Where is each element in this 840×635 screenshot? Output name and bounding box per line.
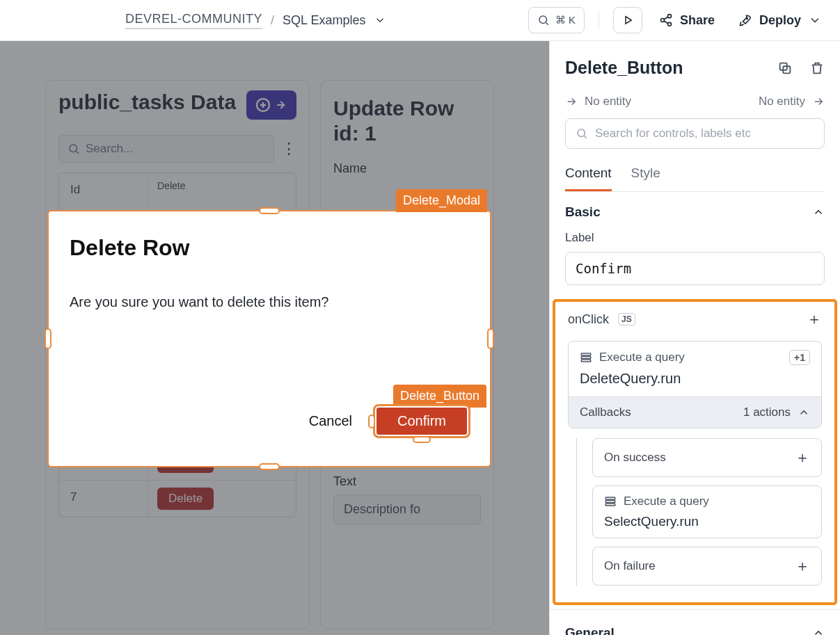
- resize-handle[interactable]: [487, 328, 494, 349]
- topbar: DEVREL-COMMUNITY / SQL Examples ⌘ K Shar…: [0, 0, 840, 41]
- share-label: Share: [680, 13, 715, 28]
- search-icon: [576, 127, 588, 140]
- tab-style[interactable]: Style: [631, 166, 660, 191]
- share-button[interactable]: Share: [652, 9, 722, 32]
- chevron-down-icon[interactable]: [374, 14, 386, 26]
- add-success-action[interactable]: ＋: [795, 447, 810, 468]
- action-type: Execute a query: [599, 351, 685, 364]
- selection-tag-modal[interactable]: Delete_Modal: [396, 189, 487, 212]
- breadcrumb-separator: /: [271, 13, 274, 28]
- search-icon: [537, 14, 550, 26]
- action-count-badge: +1: [789, 350, 810, 365]
- section-basic: Basic Label Confirm: [565, 192, 825, 289]
- svg-rect-12: [581, 360, 591, 362]
- section-title: General: [565, 625, 615, 635]
- play-icon: [621, 14, 634, 26]
- success-query: SelectQuery.run: [604, 514, 810, 529]
- divider: [599, 10, 599, 30]
- callbacks-tree: On success ＋ Execute a query SelectQuery…: [576, 438, 822, 586]
- breadcrumb-org[interactable]: DEVREL-COMMUNITY: [125, 12, 262, 29]
- section-title: Basic: [565, 204, 601, 220]
- success-action-card[interactable]: Execute a query SelectQuery.run: [592, 485, 822, 538]
- entity-nav: No entity No entity: [565, 95, 825, 108]
- chevron-up-icon: [812, 627, 825, 635]
- resize-handle[interactable]: [259, 207, 280, 214]
- svg-rect-14: [605, 501, 615, 503]
- chevron-up-icon: [798, 406, 810, 419]
- svg-point-0: [539, 16, 547, 24]
- on-success-label: On success: [604, 451, 666, 465]
- svg-rect-13: [605, 497, 615, 499]
- query-icon: [580, 351, 592, 364]
- trash-icon[interactable]: [809, 61, 825, 76]
- breadcrumb: DEVREL-COMMUNITY / SQL Examples: [125, 12, 518, 29]
- property-panel: Delete_Button No entity No entity Sea: [549, 41, 840, 635]
- on-failure-card[interactable]: On failure ＋: [592, 547, 822, 586]
- svg-rect-11: [581, 357, 591, 359]
- confirm-button[interactable]: Confirm: [373, 404, 470, 438]
- arrow-right-icon: [812, 95, 825, 108]
- breadcrumb-page[interactable]: SQL Examples: [283, 13, 365, 28]
- modal-title: Delete Row: [70, 235, 469, 261]
- canvas: public_tasks Data Search... ⋮ Id: [0, 41, 549, 635]
- delete-modal: Delete_Modal Delete Row Are you sure you…: [47, 210, 491, 467]
- next-entity[interactable]: No entity: [759, 95, 825, 108]
- resize-handle[interactable]: [413, 436, 431, 443]
- prev-entity-label: No entity: [585, 95, 631, 108]
- property-title[interactable]: Delete_Button: [565, 58, 683, 78]
- onclick-section-highlight: onClick JS ＋ Execute a query +1: [553, 299, 837, 605]
- on-failure-label: On failure: [604, 559, 656, 573]
- action-card[interactable]: Execute a query +1 DeleteQuery.run Callb…: [568, 341, 822, 428]
- callbacks-label: Callbacks: [580, 405, 631, 419]
- add-action-button[interactable]: ＋: [807, 309, 822, 330]
- svg-rect-10: [581, 353, 591, 355]
- js-badge[interactable]: JS: [618, 313, 635, 325]
- onclick-label: onClick: [568, 312, 609, 326]
- svg-point-1: [667, 15, 671, 18]
- search-controls[interactable]: Search for controls, labels etc: [565, 118, 825, 149]
- resize-handle[interactable]: [259, 463, 280, 470]
- prev-entity[interactable]: No entity: [565, 95, 631, 108]
- add-failure-action[interactable]: ＋: [795, 556, 810, 577]
- svg-rect-15: [605, 504, 615, 506]
- field-label: Label: [565, 231, 825, 245]
- deploy-button[interactable]: Deploy: [731, 9, 829, 32]
- confirm-button-wrap: Confirm: [373, 404, 470, 438]
- svg-point-4: [747, 18, 748, 19]
- section-general[interactable]: General: [550, 609, 840, 635]
- action-query: DeleteQuery.run: [580, 371, 810, 387]
- search-controls-placeholder: Search for controls, labels etc: [595, 127, 751, 140]
- global-search[interactable]: ⌘ K: [528, 7, 585, 33]
- svg-point-9: [578, 129, 585, 137]
- share-icon: [659, 13, 673, 27]
- workspace: public_tasks Data Search... ⋮ Id: [0, 41, 840, 635]
- run-button[interactable]: [613, 7, 642, 33]
- chevron-up-icon[interactable]: [812, 206, 825, 218]
- label-input[interactable]: Confirm: [565, 252, 825, 285]
- callbacks-header[interactable]: Callbacks 1 actions: [569, 396, 821, 428]
- callbacks-count: 1 actions: [743, 405, 791, 419]
- chevron-down-icon[interactable]: [808, 13, 822, 27]
- copy-icon[interactable]: [777, 61, 793, 76]
- query-icon: [604, 495, 617, 508]
- resize-handle[interactable]: [45, 328, 51, 349]
- rocket-icon: [738, 13, 752, 27]
- deploy-label: Deploy: [759, 13, 801, 28]
- arrow-right-icon: [565, 95, 578, 108]
- next-entity-label: No entity: [759, 95, 805, 108]
- tab-content[interactable]: Content: [565, 166, 612, 191]
- action-type: Execute a query: [624, 495, 709, 508]
- property-tabs: Content Style: [565, 166, 825, 192]
- modal-message: Are you sure you want to delete this ite…: [70, 294, 469, 310]
- cancel-button[interactable]: Cancel: [309, 413, 352, 429]
- on-success-card[interactable]: On success ＋: [592, 438, 822, 477]
- resize-handle[interactable]: [368, 415, 375, 428]
- modal-actions: Cancel Confirm: [309, 404, 470, 438]
- svg-point-2: [660, 19, 664, 22]
- search-shortcut: ⌘ K: [555, 14, 576, 26]
- svg-point-3: [667, 22, 671, 26]
